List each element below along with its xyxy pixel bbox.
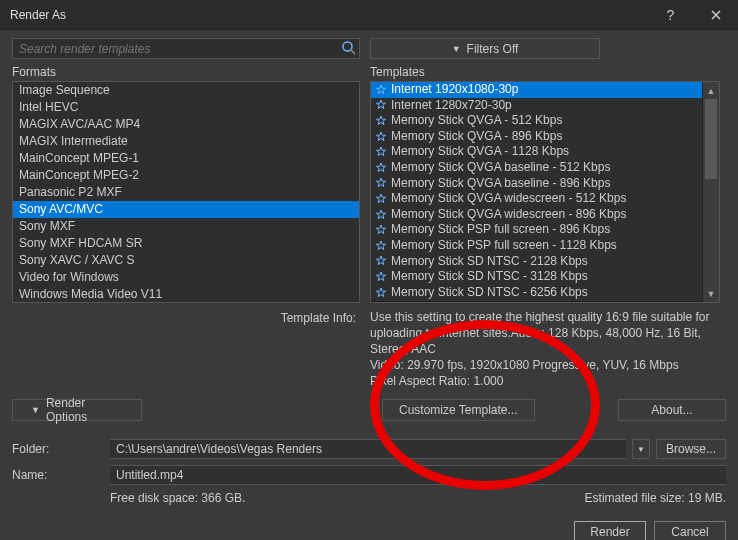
star-icon: [375, 115, 387, 127]
scroll-down-icon[interactable]: ▼: [703, 285, 719, 302]
star-icon: [375, 84, 387, 96]
template-item-label: Memory Stick SD NTSC - 6256 Kbps: [391, 285, 588, 301]
format-item[interactable]: Intel HEVC: [13, 99, 359, 116]
template-item[interactable]: Memory Stick SD NTSC - 6256 Kbps: [371, 285, 702, 301]
format-item[interactable]: Panasonic P2 MXF: [13, 184, 359, 201]
window-title: Render As: [10, 8, 66, 22]
template-item-label: Memory Stick PSP full screen - 896 Kbps: [391, 222, 610, 238]
template-item-label: Memory Stick QVGA baseline - 896 Kbps: [391, 176, 610, 192]
render-button[interactable]: Render: [574, 521, 646, 540]
star-icon: [375, 271, 387, 283]
template-item-label: Internet 1280x720-30p: [391, 98, 512, 114]
star-icon: [375, 224, 387, 236]
format-item[interactable]: MainConcept MPEG-1: [13, 150, 359, 167]
star-icon: [375, 193, 387, 205]
svg-point-0: [343, 42, 352, 51]
folder-dropdown[interactable]: ▼: [632, 439, 650, 459]
star-icon: [375, 162, 387, 174]
folder-label: Folder:: [12, 442, 102, 456]
template-item[interactable]: Internet 1280x720-30p: [371, 98, 702, 114]
estimated-file-size: Estimated file size: 19 MB.: [585, 491, 726, 505]
templates-label: Templates: [370, 65, 425, 79]
star-icon: [375, 255, 387, 267]
format-item[interactable]: Video for Windows: [13, 269, 359, 286]
formats-label: Formats: [12, 65, 360, 79]
close-button[interactable]: [693, 0, 738, 30]
star-icon: [375, 99, 387, 111]
scroll-up-icon[interactable]: ▲: [703, 82, 719, 99]
about-button[interactable]: About...: [618, 399, 726, 421]
free-disk-space: Free disk space: 366 GB.: [110, 491, 245, 505]
template-item[interactable]: Memory Stick QVGA - 1128 Kbps: [371, 144, 702, 160]
format-item[interactable]: Image Sequence: [13, 82, 359, 99]
star-icon: [375, 287, 387, 299]
close-icon: [711, 10, 721, 20]
template-item[interactable]: Memory Stick QVGA baseline - 896 Kbps: [371, 176, 702, 192]
cancel-button[interactable]: Cancel: [654, 521, 726, 540]
template-item[interactable]: Memory Stick SD NTSC - 3128 Kbps: [371, 269, 702, 285]
template-item[interactable]: Memory Stick QVGA baseline - 512 Kbps: [371, 160, 702, 176]
template-item-label: Memory Stick SD NTSC - 3128 Kbps: [391, 269, 588, 285]
search-input[interactable]: [12, 38, 360, 59]
templates-list[interactable]: Internet 1920x1080-30pInternet 1280x720-…: [370, 81, 720, 303]
template-item-label: Memory Stick QVGA widescreen - 512 Kbps: [391, 191, 626, 207]
scrollbar-thumb[interactable]: [705, 99, 717, 179]
chevron-down-icon: ▼: [452, 44, 461, 54]
star-icon: [375, 177, 387, 189]
svg-line-1: [351, 50, 355, 54]
format-item[interactable]: MainConcept MPEG-2: [13, 167, 359, 184]
titlebar: Render As ?: [0, 0, 738, 30]
template-item[interactable]: Memory Stick SD NTSC - 2128 Kbps: [371, 254, 702, 270]
format-item[interactable]: Sony MXF: [13, 218, 359, 235]
template-item-label: Memory Stick QVGA - 1128 Kbps: [391, 144, 569, 160]
template-item[interactable]: Memory Stick QVGA widescreen - 512 Kbps: [371, 191, 702, 207]
filters-label: Filters Off: [467, 42, 519, 56]
chevron-down-icon: ▼: [31, 405, 40, 415]
template-item-label: Memory Stick QVGA baseline - 512 Kbps: [391, 160, 610, 176]
filters-button[interactable]: ▼ Filters Off: [370, 38, 600, 59]
template-info-label: Template Info:: [12, 309, 360, 389]
template-item-label: Memory Stick QVGA - 512 Kbps: [391, 113, 562, 129]
vertical-scrollbar[interactable]: ▲ ▼: [702, 82, 719, 302]
template-item[interactable]: Memory Stick PSP full screen - 1128 Kbps: [371, 238, 702, 254]
template-item[interactable]: Internet 1920x1080-30p: [371, 82, 702, 98]
name-label: Name:: [12, 468, 102, 482]
format-item[interactable]: Windows Media Video V11: [13, 286, 359, 303]
render-options-button[interactable]: ▼ Render Options: [12, 399, 142, 421]
template-item-label: Memory Stick QVGA widescreen - 896 Kbps: [391, 207, 626, 223]
template-item[interactable]: Memory Stick PSP full screen - 896 Kbps: [371, 222, 702, 238]
star-icon: [375, 240, 387, 252]
template-item-label: Memory Stick SD NTSC - 2128 Kbps: [391, 254, 588, 270]
name-input[interactable]: [110, 465, 726, 485]
star-icon: [375, 131, 387, 143]
template-item[interactable]: Memory Stick QVGA - 512 Kbps: [371, 113, 702, 129]
star-icon: [375, 146, 387, 158]
format-item[interactable]: Sony MXF HDCAM SR: [13, 235, 359, 252]
browse-button[interactable]: Browse...: [656, 439, 726, 459]
template-item[interactable]: Memory Stick QVGA - 896 Kbps: [371, 129, 702, 145]
star-icon: [375, 209, 387, 221]
format-item[interactable]: Sony XAVC / XAVC S: [13, 252, 359, 269]
folder-input[interactable]: [110, 439, 626, 459]
format-item[interactable]: MAGIX Intermediate: [13, 133, 359, 150]
horizontal-scrollbar[interactable]: ◄ ►: [371, 301, 702, 302]
customize-template-button[interactable]: Customize Template...: [382, 399, 535, 421]
template-item-label: Memory Stick PSP full screen - 1128 Kbps: [391, 238, 617, 254]
template-item-label: Memory Stick QVGA - 896 Kbps: [391, 129, 562, 145]
format-item[interactable]: Sony AVC/MVC: [13, 201, 359, 218]
format-item[interactable]: MAGIX AVC/AAC MP4: [13, 116, 359, 133]
template-item[interactable]: Memory Stick QVGA widescreen - 896 Kbps: [371, 207, 702, 223]
template-item-label: Internet 1920x1080-30p: [391, 82, 518, 98]
help-button[interactable]: ?: [648, 0, 693, 30]
template-info-text: Use this setting to create the highest q…: [370, 309, 720, 389]
formats-list[interactable]: Image SequenceIntel HEVCMAGIX AVC/AAC MP…: [12, 81, 360, 303]
search-icon[interactable]: [341, 40, 357, 56]
